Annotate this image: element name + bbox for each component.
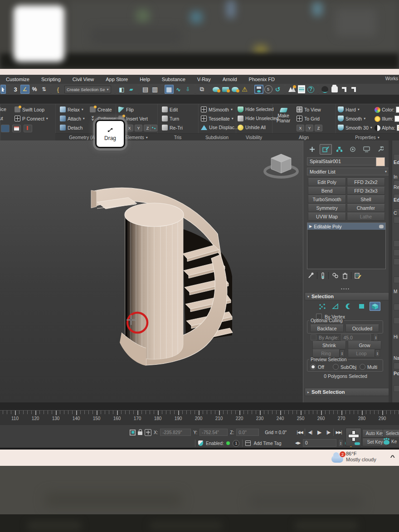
modifier-button-bend[interactable]: Bend	[308, 187, 346, 195]
menu-item-phoenix-fd[interactable]: Phoenix FD	[243, 77, 281, 82]
adaptive-degradation-shield-icon[interactable]	[198, 440, 203, 446]
modifier-button-turbosmooth[interactable]: TurboSmooth	[308, 195, 346, 203]
go-to-end-button[interactable]	[335, 429, 343, 436]
workspace-label[interactable]: Works	[385, 76, 398, 81]
modifier-button-chamfer[interactable]: Chamfer	[347, 204, 385, 212]
soft-selection-rollout-header[interactable]: ▸ Soft Selection	[305, 388, 398, 396]
constrain-edge-button[interactable]	[1, 125, 10, 132]
tab-display[interactable]	[360, 144, 373, 155]
orbit-icon[interactable]	[321, 85, 330, 94]
select-object-icon[interactable]	[0, 85, 6, 94]
modifier-button-lathe[interactable]: Lathe	[347, 213, 385, 221]
x-coord-field[interactable]: -235.829"	[160, 429, 191, 436]
schematic-view-icon[interactable]	[184, 85, 193, 94]
selection-lock-region-icon[interactable]	[130, 430, 136, 435]
detach-button[interactable]: Detach	[60, 125, 83, 131]
unhide-all-button[interactable]: Unhide All	[238, 125, 266, 131]
preview-multi-radio[interactable]	[360, 364, 365, 370]
group-title-visibility[interactable]: Visibility	[236, 133, 272, 141]
by-angle-field[interactable]: 45.0	[341, 334, 371, 341]
axis-button-x[interactable]: X	[297, 125, 304, 131]
script-listener-icon[interactable]	[297, 85, 306, 94]
menu-item-arnold[interactable]: Arnold	[217, 77, 243, 82]
key-filters-label[interactable]: Ke	[391, 439, 397, 444]
rendered-frame-window-icon[interactable]	[221, 85, 230, 94]
key-filters-icon[interactable]	[384, 440, 389, 445]
tab-hierarchy[interactable]	[333, 144, 345, 155]
frame-step-icon[interactable]	[295, 440, 301, 446]
tab-create[interactable]	[306, 144, 318, 155]
modifier-button-symmetry[interactable]: Symmetry	[308, 204, 346, 212]
enabled-count-badge[interactable]: 1	[233, 440, 239, 447]
mirror-icon[interactable]	[117, 85, 127, 94]
alpha-field[interactable]: 100.00	[397, 125, 399, 131]
edit-tris-button[interactable]: Edit	[162, 106, 178, 112]
illum-swatch[interactable]	[394, 116, 399, 122]
selection-lock-icon[interactable]	[138, 431, 142, 435]
to-view-button[interactable]: To View	[297, 106, 321, 112]
color-swatch[interactable]	[396, 106, 399, 113]
axis-button-z[interactable]: Z	[315, 125, 322, 131]
vertex-mode-button[interactable]	[317, 302, 328, 311]
weather-widget[interactable]: 2 86°F Mostly cloudy	[331, 451, 376, 463]
to-grid-button[interactable]: To Grid	[297, 116, 320, 121]
flip-button[interactable]: Flip	[118, 106, 134, 112]
modifier-button-ffd-2x2x2[interactable]: FFD 2x2x2	[347, 178, 385, 186]
angle-snap-icon[interactable]	[20, 85, 29, 94]
modifier-button-uvw-map[interactable]: UVW Map	[308, 213, 346, 221]
preview-subobj-radio[interactable]	[333, 364, 339, 370]
frame-spinner[interactable]: ▲▼	[338, 439, 343, 447]
corner-arrow-icon[interactable]	[340, 85, 349, 94]
align-icon[interactable]	[127, 85, 136, 94]
add-time-tag-label[interactable]: Add Time Tag	[253, 441, 281, 446]
object-name-field[interactable]: SpiralStair001	[307, 157, 380, 165]
loop-spinner[interactable]: ▲▼	[375, 349, 380, 357]
render-setup-icon[interactable]	[212, 85, 221, 94]
loop-button[interactable]: Loop	[348, 349, 375, 358]
spinner-snap-icon[interactable]	[39, 85, 49, 94]
swift-loop-button[interactable]: Swift Loop	[15, 106, 44, 112]
menu-item-v-ray[interactable]: V-Ray	[191, 77, 217, 82]
make-planar-button[interactable]: Make Planar	[275, 108, 292, 123]
ring-button[interactable]: Ring	[312, 349, 340, 358]
edge-mode-button[interactable]	[330, 302, 341, 311]
show-end-result-icon[interactable]	[321, 272, 325, 279]
smooth30-button[interactable]: Smooth 30▾	[338, 125, 372, 131]
element-mode-button[interactable]	[370, 302, 380, 311]
edit-named-selections-icon[interactable]	[54, 85, 63, 94]
group-title-properties[interactable]: Properties▾	[336, 133, 399, 141]
set-keys-button[interactable]	[345, 428, 361, 446]
modifier-stack[interactable]: ▶ Editable Poly	[307, 222, 386, 269]
backface-button[interactable]: Backface	[310, 324, 344, 332]
material-editor-icon[interactable]	[198, 85, 207, 94]
constrain-face-button[interactable]	[12, 125, 21, 132]
percent-snap-icon[interactable]	[30, 85, 39, 94]
slice-button[interactable]: lice	[0, 106, 6, 112]
preview-off-radio[interactable]	[310, 364, 316, 370]
by-angle-checkbox[interactable]	[311, 334, 316, 340]
turn-button[interactable]: Turn	[162, 116, 179, 121]
current-frame-field[interactable]: 0	[303, 439, 336, 447]
border-mode-button[interactable]	[343, 302, 354, 311]
environment-icon[interactable]	[287, 85, 297, 94]
pan-hand-icon[interactable]	[330, 85, 339, 94]
group-title-subdivision[interactable]: Subdivision	[198, 133, 236, 141]
menu-item-help[interactable]: Help	[134, 77, 156, 82]
snaps-toggle-3d-icon[interactable]	[11, 85, 20, 94]
panel-scrollbar[interactable]	[389, 140, 392, 402]
cut-button[interactable]: ut	[0, 116, 3, 121]
stack-item-editable-poly[interactable]: ▶ Editable Poly	[307, 223, 385, 230]
hide-selected-button[interactable]: Hide Selected	[238, 106, 273, 112]
make-unique-icon[interactable]	[332, 272, 339, 279]
track-bar-timeline[interactable]: 1101201301401501601701801902002102202302…	[0, 410, 399, 426]
play-button[interactable]	[315, 429, 323, 436]
tab-motion[interactable]	[347, 144, 359, 155]
ring-spinner[interactable]: ▲▼	[340, 349, 345, 357]
remove-modifier-trash-icon[interactable]	[342, 272, 348, 279]
configure-modifier-sets-icon[interactable]	[355, 272, 361, 279]
occluded-button[interactable]: Occluded	[345, 324, 379, 332]
object-color-swatch[interactable]	[376, 157, 385, 166]
p-connect-button[interactable]: P Connect▾	[15, 116, 48, 121]
modifier-button-edit-poly[interactable]: Edit Poly	[308, 178, 346, 186]
smooth-button[interactable]: Smooth▾	[338, 116, 365, 121]
